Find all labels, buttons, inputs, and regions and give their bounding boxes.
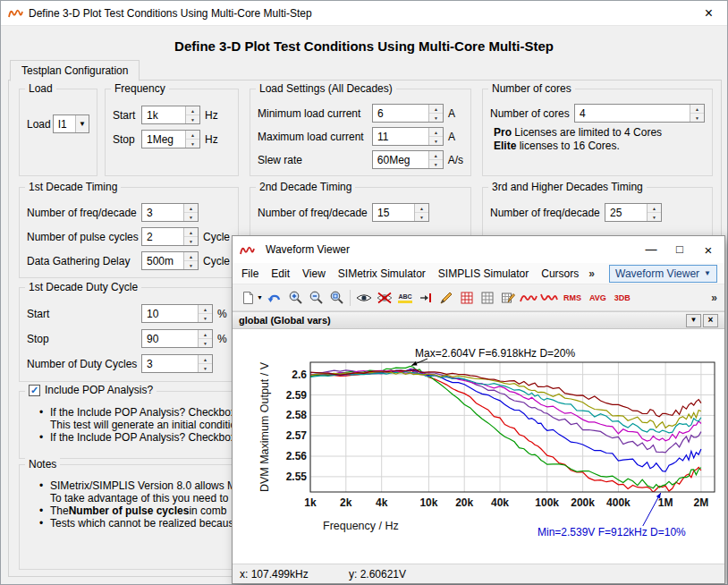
spin-down-icon[interactable]: ▼ <box>429 114 443 122</box>
rms-button[interactable]: RMS <box>560 293 585 302</box>
add-curve-icon[interactable] <box>519 288 538 308</box>
spin-down-icon[interactable]: ▼ <box>184 261 198 269</box>
menu-file[interactable]: File <box>235 265 265 283</box>
spin-down-icon[interactable]: ▼ <box>186 140 199 148</box>
spinner-buttons[interactable]: ▲▼ <box>428 151 443 168</box>
zoom-out-icon[interactable] <box>306 288 326 308</box>
freq-stop-input[interactable]: 1Meg ▲▼ <box>141 130 200 148</box>
duty-stop-input[interactable]: 90 ▲▼ <box>141 329 213 348</box>
pulse-cycles-input[interactable]: 2 ▲▼ <box>141 227 199 246</box>
spin-down-icon[interactable]: ▼ <box>199 339 212 347</box>
label-abc-icon[interactable]: ABC <box>395 288 415 308</box>
min-current-input[interactable]: 6 ▲▼ <box>372 104 444 123</box>
dialog-titlebar[interactable]: Define 3-D Plot Test Conditions Using Mu… <box>1 1 727 26</box>
spin-up-icon[interactable]: ▲ <box>690 105 704 114</box>
slew-rate-input[interactable]: 60Meg ▲▼ <box>372 150 444 169</box>
spin-up-icon[interactable]: ▲ <box>186 106 199 115</box>
spinner-buttons[interactable]: ▲▼ <box>183 204 198 221</box>
spinner-buttons[interactable]: ▲▼ <box>198 355 212 372</box>
spinner-buttons[interactable]: ▲▼ <box>647 204 661 221</box>
spinner-buttons[interactable]: ▲▼ <box>198 305 212 322</box>
spinner-buttons[interactable]: ▲▼ <box>428 128 443 145</box>
avg-button[interactable]: AVG <box>586 293 610 302</box>
grid-icon[interactable] <box>478 288 497 308</box>
spinner-buttons[interactable]: ▲▼ <box>690 105 704 122</box>
menu-overflow-chevron[interactable]: » <box>585 265 598 283</box>
close-icon[interactable]: × <box>694 238 723 262</box>
cores-input[interactable]: 4 ▲▼ <box>574 104 705 123</box>
spin-up-icon[interactable]: ▲ <box>199 330 212 339</box>
undo-icon[interactable] <box>265 288 284 308</box>
viewer-mode-dropdown[interactable]: Waveform Viewer ▼ <box>609 265 717 283</box>
include-pop-checkbox[interactable]: ✓ <box>29 385 40 396</box>
waveform-chart[interactable]: 1k2k4k10k20k40k100k200k400k1M2M2.62.592.… <box>233 329 724 564</box>
close-icon[interactable]: × <box>696 4 722 22</box>
curve-group-bar[interactable]: global (Global vars) ▼ × <box>233 311 724 329</box>
spin-down-icon[interactable]: ▼ <box>429 137 443 145</box>
edit-pencil-icon[interactable] <box>436 288 456 308</box>
spin-down-icon[interactable]: ▼ <box>184 213 198 221</box>
new-plot-dropdown-icon[interactable]: ▼ <box>257 294 264 301</box>
chevron-down-icon[interactable]: ▼ <box>75 115 89 132</box>
grid-red-icon[interactable] <box>457 288 477 308</box>
hide-curve-eye-icon[interactable] <box>375 288 394 308</box>
spin-down-icon[interactable]: ▼ <box>184 237 198 245</box>
spinner-buttons[interactable]: ▲▼ <box>414 204 428 221</box>
zoom-in-icon[interactable] <box>285 288 305 308</box>
close-curve-group-button[interactable]: × <box>703 314 718 327</box>
spin-down-icon[interactable]: ▼ <box>415 213 428 221</box>
menu-view[interactable]: View <box>296 265 332 283</box>
show-curve-eye-icon[interactable] <box>354 288 374 308</box>
spin-up-icon[interactable]: ▲ <box>184 204 198 213</box>
menu-cursors[interactable]: Cursors <box>535 265 585 283</box>
spin-down-icon[interactable]: ▼ <box>199 314 212 322</box>
db3-button[interactable]: 3DB <box>611 293 634 302</box>
goto-cursor-icon[interactable] <box>416 288 436 308</box>
add-curve-axis-icon[interactable] <box>539 288 559 308</box>
collapse-curve-group-button[interactable]: ▼ <box>686 314 701 327</box>
menu-simplis-simulator[interactable]: SIMPLIS Simulator <box>432 265 535 283</box>
spin-up-icon[interactable]: ▲ <box>199 305 212 314</box>
decade1-freq-input[interactable]: 3 ▲▼ <box>141 203 199 222</box>
grid-edit-icon[interactable] <box>498 288 518 308</box>
spin-up-icon[interactable]: ▲ <box>648 204 661 213</box>
spin-up-icon[interactable]: ▲ <box>184 252 198 261</box>
zoom-fit-icon[interactable] <box>326 288 346 308</box>
spinner-buttons[interactable]: ▲▼ <box>428 105 443 122</box>
toolbar-overflow-chevron[interactable]: » <box>707 292 721 304</box>
spin-up-icon[interactable]: ▲ <box>186 131 199 140</box>
spin-up-icon[interactable]: ▲ <box>429 128 443 137</box>
spinner-buttons[interactable]: ▲▼ <box>183 228 198 245</box>
gathering-delay-input[interactable]: 500m ▲▼ <box>141 251 199 270</box>
spin-up-icon[interactable]: ▲ <box>199 355 212 364</box>
spin-down-icon[interactable]: ▼ <box>429 160 443 168</box>
spin-down-icon[interactable]: ▼ <box>690 114 704 122</box>
menu-edit[interactable]: Edit <box>265 265 296 283</box>
spin-down-icon[interactable]: ▼ <box>186 115 199 123</box>
max-current-input[interactable]: 11 ▲▼ <box>372 127 444 146</box>
spinner-buttons[interactable]: ▲▼ <box>198 330 212 347</box>
spinner-buttons[interactable]: ▲▼ <box>185 131 199 148</box>
tab-testplan-configuration[interactable]: Testplan Configuration <box>10 60 140 81</box>
spin-down-icon[interactable]: ▼ <box>648 213 661 221</box>
spin-up-icon[interactable]: ▲ <box>184 228 198 237</box>
decade3-freq-input[interactable]: 25 ▲▼ <box>605 203 662 222</box>
viewer-titlebar[interactable]: Waveform Viewer — □ × <box>233 236 724 263</box>
spin-up-icon[interactable]: ▲ <box>429 151 443 160</box>
spin-up-icon[interactable]: ▲ <box>415 204 428 213</box>
decade2-freq-input[interactable]: 15 ▲▼ <box>372 203 429 222</box>
chart-container[interactable]: 1k2k4k10k20k40k100k200k400k1M2M2.62.592.… <box>233 329 724 564</box>
duty-start-input[interactable]: 10 ▲▼ <box>141 304 213 323</box>
spin-up-icon[interactable]: ▲ <box>429 105 443 114</box>
duty-num-input[interactable]: 3 ▲▼ <box>141 354 213 373</box>
menu-simetrix-simulator[interactable]: SIMetrix Simulator <box>332 265 432 283</box>
spinner-buttons[interactable]: ▲▼ <box>185 106 199 123</box>
minimize-icon[interactable]: — <box>637 238 665 262</box>
freq-start-input[interactable]: 1k ▲▼ <box>141 106 200 124</box>
waveform-viewer-window[interactable]: Waveform Viewer — □ × FileEditViewSIMetr… <box>232 235 725 584</box>
load-select[interactable]: I1 ▼ <box>53 114 89 133</box>
include-pop-checkbox-row[interactable]: ✓ Include POP Analysis? <box>25 384 157 396</box>
spinner-buttons[interactable]: ▲▼ <box>183 252 198 269</box>
maximize-icon[interactable]: □ <box>665 238 694 262</box>
spin-down-icon[interactable]: ▼ <box>199 364 212 372</box>
